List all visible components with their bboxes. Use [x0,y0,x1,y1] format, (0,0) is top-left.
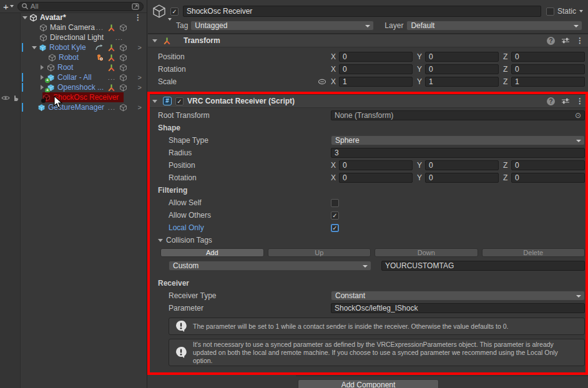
chevron-right-icon[interactable]: > [138,44,142,51]
hierarchy-row-avatar[interactable]: Avatar* ⋮ [21,12,147,22]
row-label: Root [57,63,73,72]
vrc-position-z-input[interactable]: 0 [511,160,585,170]
help-icon[interactable]: ? [547,97,555,105]
add-component-button[interactable]: Add Component [298,379,439,388]
overflow-dots: ... [96,24,104,31]
scale-z-input[interactable]: 1 [511,77,585,87]
hierarchy-row-robot-kyle[interactable]: Robot Kyle > [21,42,147,52]
vrc-contact-receiver-header[interactable]: # VRC Contact Receiver (Script) ? ⋮ [148,94,588,108]
down-button[interactable]: Down [375,248,478,257]
cube-toggle-icon[interactable] [119,64,127,72]
hierarchy-row-collar-all[interactable]: + Collar - All ... > [21,72,147,82]
allow-others-checkbox[interactable] [331,211,339,220]
foldout-open-icon[interactable] [32,46,37,49]
cube-toggle-icon[interactable] [119,84,127,92]
kebab-menu-icon[interactable]: ⋮ [576,36,584,45]
hierarchy-row-main-camera[interactable]: Main Camera ... [21,22,147,32]
gameobject-icon[interactable] [152,4,170,19]
axis-label: Z [503,173,508,182]
hierarchy-row-robot[interactable]: Robot [21,52,147,62]
delete-button[interactable]: Delete [482,248,586,257]
object-picker-icon[interactable]: ⊙ [575,112,581,119]
vrc-position-y-input[interactable]: 0 [425,160,499,170]
cube-toggle-icon[interactable] [119,104,127,112]
chevron-right-icon[interactable]: > [138,74,142,81]
radius-input[interactable]: 3 [331,148,585,158]
root-transform-object-field[interactable]: None (Transform) ⊙ [331,110,585,120]
chevron-right-icon[interactable]: > [138,104,142,111]
allow-self-checkbox[interactable] [331,199,339,207]
parameter-row: Parameter ShockOsc/leftleg_IShock [148,303,588,313]
pickability-hand-icon[interactable] [12,94,19,102]
chevron-right-icon[interactable]: > [138,84,142,91]
scale-y-input[interactable]: 1 [425,77,499,87]
cube-toggle-icon[interactable] [119,44,127,52]
help-icon[interactable]: ? [547,37,555,45]
receiver-type-dropdown[interactable]: Constant [331,291,585,301]
shape-type-dropdown[interactable]: Sphere [331,135,585,145]
hierarchy-row-gesturemanager[interactable]: GestureManager ... > [21,102,147,112]
foldout-open-icon[interactable] [158,239,163,242]
foldout-closed-icon[interactable] [41,75,44,80]
foldout-open-icon[interactable] [152,39,157,42]
cube-toggle-icon[interactable] [119,54,127,62]
parameter-input[interactable]: ShockOsc/leftleg_IShock [331,303,585,313]
vrc-rotation-z-input[interactable]: 0 [511,173,585,183]
vrc-rotation-x-input[interactable]: 0 [339,173,413,183]
hierarchy-rows: Avatar* ⋮ Main Camera ... Directional Li… [21,12,147,112]
create-object-button[interactable]: + [3,2,14,11]
position-x-input[interactable]: 0 [339,52,413,62]
foldout-open-icon[interactable] [152,100,157,103]
tag-dropdown[interactable]: Untagged [190,21,374,31]
visibility-eye-icon[interactable] [1,95,10,101]
layer-dropdown[interactable]: Default [406,21,582,31]
search-placeholder: All [31,2,130,10]
local-only-checkbox[interactable] [331,224,339,232]
cube-toggle-icon[interactable] [119,24,127,32]
component-enabled-checkbox[interactable] [175,97,184,105]
hierarchy-row-openshock[interactable]: + Openshock ... > [21,82,147,92]
vrc-position-x-input[interactable]: 0 [339,160,413,170]
hierarchy-row-root[interactable]: Root [21,62,147,72]
cube-toggle-icon[interactable] [119,74,127,82]
field-label: Shape Type [158,136,331,145]
rotation-y-input[interactable]: 0 [425,64,499,74]
transform-header[interactable]: Transform ? ⋮ [148,34,588,47]
pick-window-icon[interactable] [132,2,140,10]
hierarchy-row-shockosc-receiver[interactable]: ShockOsc Receiver [21,92,147,102]
gameobject-name-input[interactable]: ShockOsc Receiver [183,6,541,17]
rotation-x-input[interactable]: 0 [339,64,413,74]
kebab-menu-icon[interactable]: ⋮ [576,97,584,105]
presets-icon[interactable] [561,97,570,105]
link-scale-icon[interactable] [318,79,326,85]
chevron-down-icon[interactable] [579,10,583,12]
active-checkbox[interactable] [170,7,179,16]
field-label: Scale [158,77,331,86]
filtering-section-row: Filtering [148,185,588,195]
inspector-panel: ShockOsc Receiver Static Tag Untagged La… [148,0,588,388]
foldout-closed-icon[interactable] [41,65,44,70]
vrc-rotation-y-input[interactable]: 0 [425,173,499,183]
axis-tripod-icon [107,64,115,72]
tag-type-dropdown[interactable]: Custom [169,261,371,271]
position-z-input[interactable]: 0 [511,52,585,62]
overflow-dots: ... [115,34,123,41]
kebab-menu-icon[interactable]: ⋮ [134,13,142,22]
hierarchy-row-directional-light[interactable]: Directional Light ... [21,32,147,42]
static-checkbox[interactable] [546,7,554,16]
rotation-z-input[interactable]: 0 [511,64,585,74]
add-button[interactable]: Add [160,248,264,257]
foldout-open-icon[interactable] [22,16,27,19]
up-button[interactable]: Up [268,248,371,257]
collision-tags-row[interactable]: Collision Tags [148,235,588,245]
axis-label: Z [503,52,508,61]
foldout-closed-icon[interactable] [41,85,44,90]
field-label: Allow Others [158,211,331,220]
scale-x-input[interactable]: 1 [339,77,413,87]
hierarchy-search-input[interactable]: All [17,2,144,11]
gameobject-cube-icon [42,94,51,102]
custom-tag-input[interactable]: YOURCUSTOMTAG [381,261,585,271]
presets-icon[interactable] [561,37,570,44]
position-y-input[interactable]: 0 [425,52,499,62]
overflow-dots: ... [108,74,115,81]
